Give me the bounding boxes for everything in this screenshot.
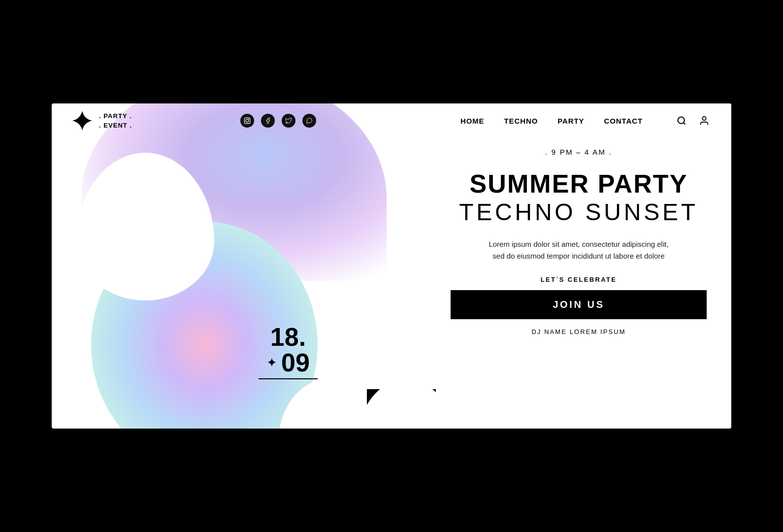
logo-line2: . EVENT . bbox=[99, 121, 132, 131]
cta-label: LET`S CELEBRATE bbox=[451, 276, 707, 283]
svg-point-2 bbox=[248, 119, 249, 120]
date-area: 18. ✦ 09 bbox=[259, 324, 318, 379]
nav-techno[interactable]: TECHNO bbox=[504, 117, 538, 125]
instagram-icon[interactable] bbox=[240, 114, 254, 128]
date-underline bbox=[259, 378, 318, 379]
social-icons-group bbox=[240, 114, 316, 128]
event-month: 09 bbox=[281, 350, 310, 375]
nav-links-group: HOME TECHNO PARTY CONTACT bbox=[460, 113, 712, 128]
event-title-bold: SUMMER PARTY bbox=[451, 170, 707, 198]
join-us-button[interactable]: JOIN US bbox=[451, 290, 707, 319]
event-description: Lorem ipsum dolor sit amet, consectetur … bbox=[451, 238, 707, 262]
whatsapp-icon[interactable] bbox=[302, 114, 316, 128]
date-star-icon: ✦ bbox=[266, 355, 277, 370]
logo-star-icon bbox=[71, 110, 93, 132]
navbar: . PARTY . . EVENT . HOME TECHNO PARTY bbox=[52, 103, 731, 138]
main-frame: . PARTY . . EVENT . HOME TECHNO PARTY bbox=[52, 103, 731, 429]
svg-point-1 bbox=[246, 119, 249, 122]
svg-line-4 bbox=[684, 123, 685, 125]
logo-text: . PARTY . . EVENT . bbox=[99, 111, 132, 131]
event-time: . 9 PM – 4 AM . bbox=[451, 148, 707, 156]
facebook-icon[interactable] bbox=[261, 114, 275, 128]
svg-point-5 bbox=[702, 117, 706, 120]
nav-contact[interactable]: CONTACT bbox=[604, 117, 643, 125]
nav-home[interactable]: HOME bbox=[460, 117, 485, 125]
search-icon[interactable] bbox=[674, 113, 689, 128]
twitter-icon[interactable] bbox=[282, 114, 295, 128]
hero-content: . 9 PM – 4 AM . SUMMER PARTY TECHNO SUNS… bbox=[451, 148, 707, 335]
dj-label: DJ NAME LOREM IPSUM bbox=[451, 328, 707, 335]
nav-party[interactable]: PARTY bbox=[557, 117, 584, 125]
nav-icon-buttons bbox=[674, 113, 712, 128]
svg-point-3 bbox=[678, 117, 685, 124]
logo-line1: . PARTY . bbox=[99, 111, 132, 121]
user-account-icon[interactable] bbox=[697, 113, 712, 128]
event-day: 18. bbox=[270, 324, 306, 350]
logo-area: . PARTY . . EVENT . bbox=[71, 110, 132, 132]
event-title-light: TECHNO SUNSET bbox=[451, 198, 707, 227]
svg-rect-0 bbox=[244, 118, 250, 124]
